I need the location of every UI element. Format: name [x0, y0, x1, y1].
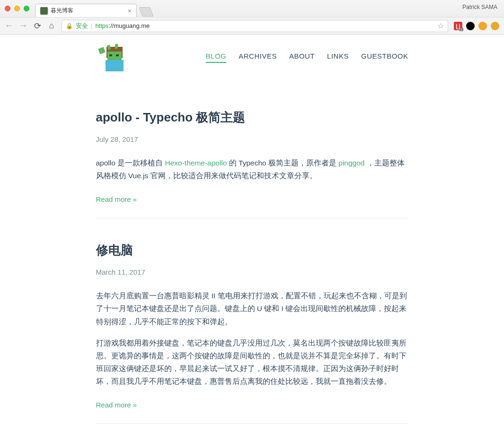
extensions-tray: 1	[454, 22, 499, 30]
address-bar-row: ← → ⟳ ⌂ 🔒 安全 | https://muguang.me ☆ 1	[0, 17, 504, 34]
tab-bar: 暮光博客 ×	[35, 0, 152, 17]
browser-tab[interactable]: 暮光博客 ×	[35, 4, 137, 17]
main-nav: BLOG ARCHIVES ABOUT LINKS GUESTBOOK	[206, 52, 408, 63]
post-excerpt: 去年六月底购置一台惠普暗影精灵 II 笔电用来打打游戏，配置不错，玩起来也不含糊…	[96, 289, 408, 328]
extension-icon-2[interactable]	[466, 22, 475, 30]
nav-archives[interactable]: ARCHIVES	[239, 52, 277, 63]
titlebar: 暮光博客 × Patrick SAMA	[0, 0, 504, 17]
read-more-link[interactable]: Read more »	[96, 195, 137, 203]
nav-links[interactable]: LINKS	[327, 52, 349, 63]
reload-button[interactable]: ⟳	[33, 21, 42, 31]
url-separator: |	[91, 22, 92, 29]
url-text: https://muguang.me	[95, 22, 150, 29]
extension-icon-1[interactable]: 1	[454, 22, 462, 30]
post-excerpt: 打游戏我都用着外接键盘，笔记本的键盘几乎没用过几次，莫名出现两个按键故障比较匪夷…	[96, 337, 408, 388]
extension-icon-4[interactable]	[491, 22, 499, 30]
secure-label: 安全	[76, 22, 88, 30]
minimize-window-button[interactable]	[14, 6, 20, 11]
svg-rect-2	[109, 54, 112, 56]
tab-close-button[interactable]: ×	[128, 7, 132, 15]
lock-icon: 🔒	[66, 23, 73, 29]
tab-title: 暮光博客	[51, 7, 73, 15]
window-controls	[5, 6, 29, 11]
post: 修电脑 March 11, 2017 去年六月底购置一台惠普暗影精灵 II 笔电…	[96, 218, 408, 424]
nav-blog[interactable]: BLOG	[206, 52, 227, 63]
new-tab-button[interactable]	[139, 7, 153, 17]
post: apollo - Typecho 极简主题 July 28, 2017 apol…	[96, 81, 408, 218]
tab-favicon-icon	[40, 7, 48, 15]
read-more-link[interactable]: Read more »	[96, 401, 137, 409]
site-header: BLOG ARCHIVES ABOUT LINKS GUESTBOOK	[96, 43, 408, 81]
excerpt-link[interactable]: pinggod	[338, 159, 364, 167]
forward-button[interactable]: →	[19, 21, 27, 31]
excerpt-link[interactable]: Hexo-theme-apollo	[165, 159, 227, 167]
svg-rect-4	[106, 60, 124, 71]
close-window-button[interactable]	[5, 6, 10, 11]
post-date: March 11, 2017	[96, 268, 408, 276]
back-button[interactable]: ←	[5, 21, 13, 31]
profile-name[interactable]: Patrick SAMA	[462, 4, 497, 10]
address-bar[interactable]: 🔒 安全 | https://muguang.me ☆	[62, 20, 448, 32]
post-excerpt: apollo 是一款移植自 Hexo-theme-apollo 的 Typech…	[96, 156, 408, 182]
site-logo[interactable]	[96, 43, 128, 71]
page-content: BLOG ARCHIVES ABOUT LINKS GUESTBOOK apol…	[0, 35, 504, 424]
nav-guestbook[interactable]: GUESTBOOK	[361, 52, 408, 63]
extension-icon-3[interactable]	[478, 22, 487, 30]
svg-rect-3	[116, 54, 119, 56]
post-title[interactable]: apollo - Typecho 极简主题	[96, 109, 408, 126]
svg-rect-5	[98, 47, 105, 54]
bookmark-star-icon[interactable]: ☆	[437, 21, 444, 30]
nav-about[interactable]: ABOUT	[289, 52, 315, 63]
maximize-window-button[interactable]	[24, 6, 29, 11]
extension-badge: 1	[460, 28, 463, 31]
home-button[interactable]: ⌂	[47, 21, 56, 31]
post-date: July 28, 2017	[96, 135, 408, 143]
browser-chrome: 暮光博客 × Patrick SAMA ← → ⟳ ⌂ 🔒 安全 | https…	[0, 0, 504, 35]
post-title[interactable]: 修电脑	[96, 242, 408, 259]
